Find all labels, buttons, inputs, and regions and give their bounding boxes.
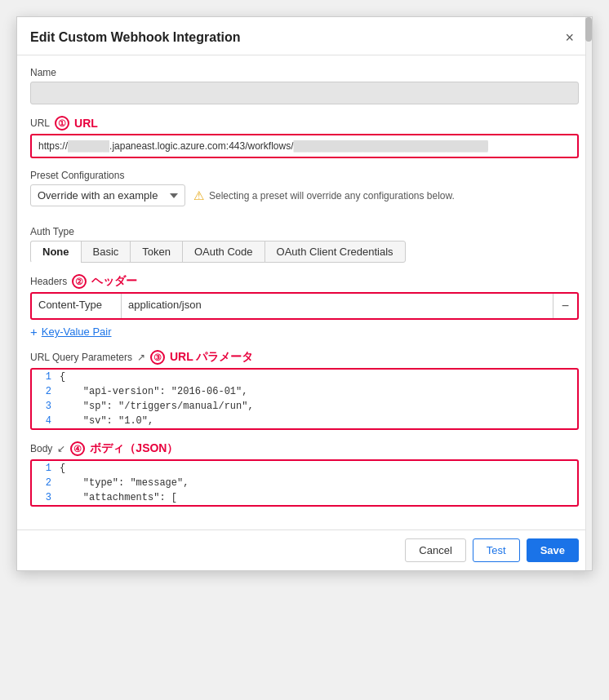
body-editor[interactable]: 1 { 2 "type": "message", 3 "attachments"… xyxy=(30,459,579,507)
url-blur-2: ████████████████████████████ xyxy=(294,140,488,152)
body-line-1: 1 { xyxy=(32,461,577,476)
url-params-badge: ③ xyxy=(150,350,165,365)
headers-badge: ② xyxy=(72,274,87,289)
auth-tab-oauth-client[interactable]: OAuth Client Credentials xyxy=(264,241,406,263)
edit-webhook-dialog: Edit Custom Webhook Integration × Name U… xyxy=(16,16,593,571)
url-params-section: URL Query Parameters ↗ ③ URL パラメータ 1 { 2… xyxy=(30,350,579,430)
auth-tab-token[interactable]: Token xyxy=(130,241,183,263)
headers-label-row: Headers ② ヘッダー xyxy=(30,274,579,289)
body-content-3: "attachments": [ xyxy=(56,490,180,505)
url-section: URL ① URL https://██████.japaneast.logic… xyxy=(30,116,579,158)
cancel-button[interactable]: Cancel xyxy=(405,538,465,562)
preset-warning-text: Selecting a preset will override any con… xyxy=(209,190,455,202)
headers-label: Headers xyxy=(30,276,67,287)
header-remove-button[interactable]: − xyxy=(553,294,577,318)
url-badge: ① xyxy=(55,116,69,131)
auth-section: Auth Type None Basic Token OAuth Code OA… xyxy=(30,226,579,263)
body-content-1: { xyxy=(56,461,69,476)
url-label: URL xyxy=(30,117,50,129)
body-content-2: "type": "message", xyxy=(56,476,192,490)
url-params-content-2: "api-version": "2016-06-01", xyxy=(56,384,251,399)
auth-tab-basic[interactable]: Basic xyxy=(81,241,131,263)
url-value-prefix: https:// xyxy=(38,140,68,152)
url-params-linenum-4: 4 xyxy=(32,414,56,428)
url-params-line-1: 1 { xyxy=(32,370,577,384)
url-params-line-4: 4 "sv": "1.0", xyxy=(32,414,577,428)
body-section: Body ↙ ④ ボディ（JSON） 1 { 2 "type": "messag… xyxy=(30,441,579,507)
preset-warning: ⚠ Selecting a preset will override any c… xyxy=(193,188,455,203)
url-blur-1: ██████ xyxy=(68,140,109,152)
add-kv-label: Key-Value Pair xyxy=(42,326,112,338)
preset-select-row: Override with an example ⚠ Selecting a p… xyxy=(30,184,579,206)
save-button[interactable]: Save xyxy=(527,538,579,562)
dialog-footer: Cancel Test Save xyxy=(17,529,592,570)
url-annotation: URL xyxy=(74,117,98,130)
preset-section: Preset Configurations Override with an e… xyxy=(30,170,579,206)
close-button[interactable]: × xyxy=(560,29,579,47)
auth-tab-oauth-code[interactable]: OAuth Code xyxy=(182,241,265,263)
url-params-line-2: 2 "api-version": "2016-06-01", xyxy=(32,384,577,399)
add-kv-row[interactable]: + Key-Value Pair xyxy=(30,325,579,339)
body-linenum-1: 1 xyxy=(32,461,56,476)
dialog-body: Name URL ① URL https://██████.japaneast.… xyxy=(17,55,592,529)
name-section: Name xyxy=(30,67,579,104)
url-params-line-3: 3 "sp": "/triggers/manual/run", xyxy=(32,399,577,414)
warning-icon: ⚠ xyxy=(193,188,204,203)
url-params-content-1: { xyxy=(56,370,69,384)
url-params-label-row: URL Query Parameters ↗ ③ URL パラメータ xyxy=(30,350,579,365)
body-annotation: ボディ（JSON） xyxy=(90,441,178,456)
url-input[interactable]: https://██████.japaneast.logic.azure.com… xyxy=(30,134,579,158)
preset-select[interactable]: Override with an example xyxy=(30,184,185,206)
header-value[interactable]: application/json xyxy=(122,294,553,318)
body-badge: ④ xyxy=(70,441,85,456)
url-params-editor[interactable]: 1 { 2 "api-version": "2016-06-01", 3 "sp… xyxy=(30,368,579,430)
headers-section: Headers ② ヘッダー Content-Type application/… xyxy=(30,274,579,339)
auth-tab-none[interactable]: None xyxy=(30,241,82,263)
url-params-linenum-1: 1 xyxy=(32,370,56,384)
url-label-row: URL ① URL xyxy=(30,116,579,131)
url-params-linenum-3: 3 xyxy=(32,399,56,414)
body-linenum-3: 3 xyxy=(32,490,56,505)
url-params-annotation: URL パラメータ xyxy=(170,350,253,365)
body-linenum-2: 2 xyxy=(32,476,56,490)
dialog-header: Edit Custom Webhook Integration × xyxy=(17,17,592,55)
auth-tabs: None Basic Token OAuth Code OAuth Client… xyxy=(30,241,579,263)
body-line-2: 2 "type": "message", xyxy=(32,476,577,490)
url-params-expand-icon[interactable]: ↗ xyxy=(137,352,145,363)
auth-label: Auth Type xyxy=(30,226,579,237)
dialog-title: Edit Custom Webhook Integration xyxy=(30,30,240,45)
scrollbar-track[interactable] xyxy=(585,17,592,570)
url-value-middle: .japaneast.logic.azure.com:443/workflows… xyxy=(109,140,293,152)
body-line-3: 3 "attachments": [ xyxy=(32,490,577,505)
body-label-row: Body ↙ ④ ボディ（JSON） xyxy=(30,441,579,456)
headers-annotation: ヘッダー xyxy=(91,274,137,289)
url-params-linenum-2: 2 xyxy=(32,384,56,399)
test-button[interactable]: Test xyxy=(473,538,520,562)
header-key[interactable]: Content-Type xyxy=(32,294,122,318)
preset-label: Preset Configurations xyxy=(30,170,579,181)
scrollbar-thumb[interactable] xyxy=(585,17,592,42)
name-label: Name xyxy=(30,67,579,78)
url-params-content-4: "sv": "1.0", xyxy=(56,414,157,428)
headers-row: Content-Type application/json − xyxy=(30,292,579,320)
url-params-content-3: "sp": "/triggers/manual/run", xyxy=(56,399,257,414)
name-input[interactable] xyxy=(30,82,579,104)
body-expand-icon[interactable]: ↙ xyxy=(57,443,65,454)
url-params-label: URL Query Parameters xyxy=(30,352,132,363)
add-kv-plus-icon: + xyxy=(30,325,38,339)
body-label: Body xyxy=(30,443,52,454)
